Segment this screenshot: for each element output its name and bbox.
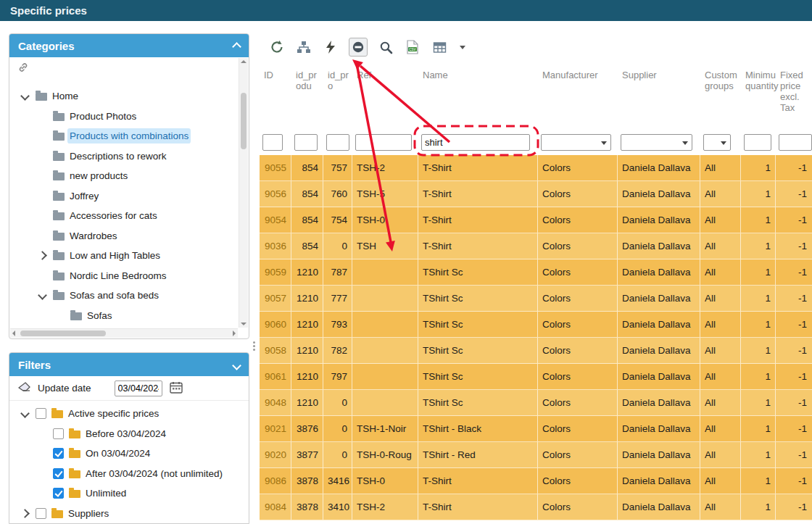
grid-row[interactable]: 902138760TSH-1-NoirTShirt - BlackColorsD… [260, 416, 812, 442]
expand-panel-icon[interactable] [232, 361, 241, 370]
grid-row[interactable]: 908438783410TSH-2T-ShirtColorsDaniela Da… [260, 494, 812, 520]
lightning-button[interactable] [322, 38, 339, 56]
column-header-supplier[interactable]: Supplier [618, 65, 700, 129]
category-item[interactable]: Nordic Line Bedrooms [10, 266, 238, 286]
scroll-down-icon[interactable] [241, 323, 246, 325]
category-item[interactable]: Low and High Tables [10, 246, 238, 266]
calendar-icon[interactable] [170, 381, 183, 396]
tree-item-label: Unlimited [86, 488, 126, 499]
filter-item[interactable]: Unlimited [10, 483, 247, 504]
scroll-right-icon[interactable] [233, 330, 236, 336]
checkbox-checked[interactable] [53, 468, 64, 479]
grid-row[interactable]: 904812100TShirt ScColorsDaniela DallavaA… [260, 390, 812, 416]
column-header-id-product[interactable]: id_produ [291, 65, 323, 129]
grid-row[interactable]: 90571210777TShirt ScColorsDaniela Dallav… [260, 286, 812, 312]
vertical-scrollbar-thumb[interactable] [241, 93, 246, 149]
column-header-ref[interactable]: Ref [352, 65, 418, 129]
horizontal-scrollbar-thumb[interactable] [20, 330, 106, 336]
filter-name-input[interactable] [421, 134, 530, 151]
csv-export-button[interactable]: CSV [404, 38, 421, 56]
grid-row[interactable]: 902038770TSH-0-RougTShirt - RedColorsDan… [260, 442, 812, 468]
filter-item[interactable]: After 03/04/2024 (not unlimited) [10, 464, 247, 484]
category-item[interactable]: Sofas [10, 306, 238, 326]
categories-horizontal-scrollbar[interactable] [10, 328, 238, 338]
filter-id-product-input[interactable] [294, 134, 318, 151]
categories-panel-header[interactable]: Categories [9, 34, 249, 57]
cell-custom-groups: All [700, 442, 741, 468]
grid-row[interactable]: 90591210787TShirt ScColorsDaniela Dallav… [260, 259, 812, 286]
scroll-up-icon[interactable] [241, 60, 246, 63]
cell-name: T-Shirt [418, 468, 538, 494]
grid-row[interactable]: 9055854757TSH-2T-ShirtColorsDaniela Dall… [260, 155, 812, 181]
checkbox-unchecked[interactable] [36, 508, 46, 519]
folder-icon [51, 510, 63, 518]
category-item[interactable]: Joffrey [10, 186, 238, 207]
filter-fixed-price-input[interactable] [779, 134, 812, 151]
grid-row[interactable]: 9056854760TSH-5T-ShirtColorsDaniela Dall… [260, 181, 812, 207]
column-header-id-product-attribute[interactable]: id_pro [323, 65, 352, 129]
remove-filter-button[interactable] [349, 38, 368, 57]
filter-manufacturer-select[interactable] [541, 134, 611, 151]
grid-row[interactable]: 90611210797TShirt ScColorsDaniela Dallav… [260, 364, 812, 390]
cell-manufacturer: Colors [538, 442, 618, 468]
category-item[interactable]: Products with combinations [10, 126, 238, 146]
checkbox-checked[interactable] [53, 488, 64, 499]
cell-manufacturer: Colors [538, 181, 618, 207]
scroll-left-icon[interactable] [12, 330, 15, 336]
grid-row[interactable]: 90368540TSHT-ShirtColorsDaniela DallavaA… [260, 233, 812, 259]
grid-row[interactable]: 908638783416TSH-0T-ShirtColorsDaniela Da… [260, 468, 812, 494]
search-button[interactable] [377, 38, 394, 56]
chevron-down-icon[interactable] [20, 409, 30, 418]
filter-item[interactable]: Suppliers [10, 504, 247, 524]
filter-min-quantity-input[interactable] [744, 134, 771, 151]
chevron-right-icon[interactable] [20, 509, 30, 518]
chevron-down-icon[interactable] [38, 291, 47, 300]
export-grid-button[interactable] [431, 38, 448, 56]
update-date-input[interactable] [115, 380, 162, 396]
column-header-minimum-quantity[interactable]: Minimu quantity [741, 65, 776, 129]
filters-panel-header[interactable]: Filters [9, 353, 249, 376]
category-item[interactable]: Product Photos [10, 107, 238, 127]
category-item[interactable]: Wardrobes [10, 226, 238, 246]
cell-fixed-price: -1 [776, 442, 812, 468]
categories-vertical-scrollbar[interactable] [239, 58, 248, 328]
toolbar-dropdown-icon[interactable] [457, 38, 468, 56]
clear-filter-icon[interactable] [18, 382, 30, 395]
page-title: Specific prices [10, 4, 87, 17]
splitter-handle[interactable] [253, 341, 255, 344]
cell-id: 9056 [260, 181, 291, 207]
column-header-id[interactable]: ID [260, 65, 291, 129]
checkbox-unchecked[interactable] [53, 428, 64, 439]
column-header-custom-groups[interactable]: Custom groups [700, 65, 741, 129]
grid-header-row: ID id_produ id_pro Ref Name Manufacturer… [260, 65, 812, 129]
filter-id-input[interactable] [262, 134, 283, 151]
sitemap-button[interactable] [295, 38, 312, 56]
filter-item[interactable]: Before 03/04/2024 [10, 424, 247, 444]
filter-id-product-attribute-input[interactable] [326, 134, 349, 151]
filter-custom-groups-select[interactable] [703, 134, 731, 151]
category-item[interactable]: Descriptions to rework [10, 146, 238, 167]
column-header-manufacturer[interactable]: Manufacturer [538, 65, 618, 129]
chevron-down-icon[interactable] [20, 91, 30, 101]
grid-row[interactable]: 90581210782TShirt ScColorsDaniela Dallav… [260, 338, 812, 364]
category-item[interactable]: new products [10, 166, 238, 186]
update-date-label: Update date [38, 383, 91, 394]
filter-supplier-select[interactable] [621, 134, 692, 151]
grid-row[interactable]: 9054854754TSH-0T-ShirtColorsDaniela Dall… [260, 207, 812, 233]
grid-row[interactable]: 90601210793TShirt ScColorsDaniela Dallav… [260, 312, 812, 338]
cell-id-product-attribute: 0 [323, 442, 352, 468]
checkbox-checked[interactable] [53, 448, 64, 459]
category-item[interactable]: Home [10, 86, 238, 107]
filter-item[interactable]: Active specific prices [10, 404, 247, 424]
collapse-panel-icon[interactable] [232, 42, 241, 51]
link-icon[interactable] [17, 62, 29, 76]
category-item[interactable]: Accessories for cats [10, 206, 238, 226]
filter-ref-input[interactable] [355, 134, 412, 151]
column-header-fixed-price[interactable]: Fixed price excl. Tax [776, 65, 812, 129]
category-item[interactable]: Sofas and sofa beds [10, 286, 238, 306]
checkbox-unchecked[interactable] [36, 408, 46, 419]
chevron-right-icon[interactable] [38, 251, 47, 260]
refresh-button[interactable] [268, 38, 286, 56]
column-header-name[interactable]: Name [418, 65, 538, 129]
filter-item[interactable]: On 03/04/2024 [10, 444, 247, 464]
